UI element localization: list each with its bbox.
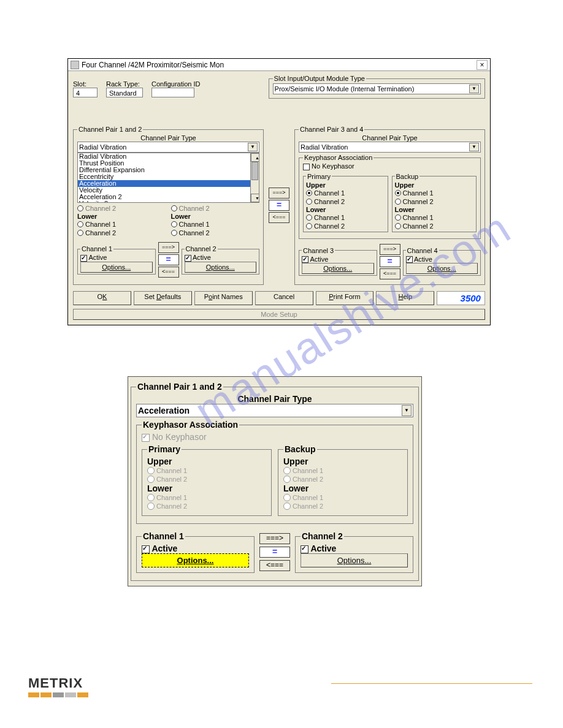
chevron-down-icon[interactable]: ▼ bbox=[248, 143, 258, 151]
radio-upper-backup-ch2-34[interactable]: Channel 2 bbox=[395, 197, 474, 206]
radio-upper-primary-ch2-34[interactable]: Channel 2 bbox=[306, 197, 385, 206]
checkbox-icon bbox=[406, 256, 413, 263]
equal-pair-button[interactable]: = bbox=[269, 200, 289, 211]
equal-button-34[interactable]: = bbox=[380, 256, 400, 267]
pair-34-type-select[interactable]: Radial Vibration ▼ bbox=[299, 142, 481, 153]
channel-2-detail-options-button[interactable]: Options... bbox=[301, 553, 408, 567]
channel-3-box: Channel 3 Active Options... bbox=[299, 247, 377, 276]
config-id-label: Configuration ID bbox=[151, 80, 201, 88]
radio-lower-backup-ch1-34[interactable]: Channel 1 bbox=[395, 213, 474, 222]
upper-label-backup-detail: Upper bbox=[283, 457, 402, 466]
io-module-group: Slot Input/Output Module Type Prox/Seism… bbox=[269, 75, 485, 99]
channel-4-legend: Channel 4 bbox=[406, 247, 439, 254]
list-item[interactable]: Acceleration bbox=[78, 180, 259, 187]
chevron-down-icon[interactable]: ▼ bbox=[469, 143, 479, 151]
radio-lower-backup-ch2-34[interactable]: Channel 2 bbox=[395, 222, 474, 230]
equal-button[interactable]: = bbox=[158, 254, 179, 265]
checkbox-icon bbox=[142, 434, 150, 442]
checkbox-icon bbox=[303, 164, 310, 170]
channel-1-active[interactable]: Active bbox=[80, 254, 153, 262]
pair-12-type-listbox[interactable]: Radial Vibration Thrust Position Differe… bbox=[77, 153, 259, 203]
bar-icon bbox=[53, 692, 64, 697]
pair-type-select-detail[interactable]: Acceleration ▼ bbox=[136, 404, 413, 417]
slot-field: 4 bbox=[73, 88, 98, 97]
checkbox-icon bbox=[301, 545, 308, 553]
channel-1-detail-options-button[interactable]: Options... bbox=[142, 553, 249, 567]
radio-upper-primary-ch2-detail: Channel 2 bbox=[147, 475, 266, 483]
upper-label-primary-detail: Upper bbox=[147, 457, 266, 466]
radio-icon bbox=[395, 214, 401, 221]
channel-1-detail-active[interactable]: Active bbox=[142, 544, 249, 553]
copy-left-detail-button[interactable]: <=== bbox=[259, 560, 290, 571]
scroll-thumb[interactable] bbox=[251, 162, 258, 180]
channel-pair-12-legend: Channel Pair 1 and 2 bbox=[77, 126, 143, 133]
keyphasor-legend-34: Keyphasor Association bbox=[303, 154, 373, 161]
list-item[interactable]: Velocity 2 bbox=[78, 200, 259, 203]
chevron-down-icon[interactable]: ▼ bbox=[402, 405, 412, 416]
cancel-button[interactable]: Cancel bbox=[255, 291, 313, 305]
scroll-up-icon[interactable]: ▲ bbox=[251, 153, 259, 162]
channel-pair-12-detail-legend: Channel Pair 1 and 2 bbox=[136, 382, 223, 392]
set-defaults-button[interactable]: Set Defaults bbox=[134, 291, 192, 305]
copy-left-button[interactable]: <=== bbox=[158, 267, 179, 278]
radio-lower-primary-ch2-12[interactable]: Channel 2 bbox=[77, 229, 166, 237]
copy-right-detail-button[interactable]: ===> bbox=[259, 533, 290, 544]
channel-2-active[interactable]: Active bbox=[185, 254, 257, 262]
pair-34-type-value: Radial Vibration bbox=[301, 142, 348, 152]
primary-group-34: Primary Upper Channel 1 Channel 2 Lower … bbox=[303, 173, 388, 232]
radio-icon bbox=[283, 494, 291, 501]
backup-group-34: Backup Upper Channel 1 Channel 2 Lower C… bbox=[392, 173, 477, 232]
bar-icon bbox=[77, 692, 88, 697]
copy-left-button-34[interactable]: <=== bbox=[380, 268, 400, 279]
channel-3-options-button[interactable]: Options... bbox=[302, 263, 374, 274]
config-id-field[interactable] bbox=[151, 88, 194, 97]
radio-upper-backup-ch1-34[interactable]: Channel 1 bbox=[395, 189, 474, 197]
copy-pair-right-button[interactable]: ===> bbox=[269, 188, 289, 199]
help-button[interactable]: Help bbox=[376, 291, 434, 305]
chevron-down-icon[interactable]: ▼ bbox=[469, 85, 479, 93]
radio-lower-backup-ch1-12[interactable]: Channel 1 bbox=[171, 220, 260, 229]
mode-setup-button[interactable]: Mode Setup bbox=[73, 309, 485, 320]
radio-lower-primary-ch1-12[interactable]: Channel 1 bbox=[77, 220, 166, 229]
copy-right-button-34[interactable]: ===> bbox=[380, 244, 400, 255]
channel-3-legend: Channel 3 bbox=[302, 247, 335, 254]
io-module-select[interactable]: Prox/Seismic I/O Module (Internal Termin… bbox=[273, 83, 481, 94]
channel-4-active[interactable]: Active bbox=[406, 256, 478, 264]
radio-upper-primary-ch1-34[interactable]: Channel 1 bbox=[306, 189, 385, 197]
radio-lower-primary-ch2-34[interactable]: Channel 2 bbox=[306, 222, 385, 230]
radio-icon bbox=[306, 190, 312, 196]
print-form-button[interactable]: Print Form bbox=[316, 291, 374, 305]
ok-button[interactable]: OOKK bbox=[73, 291, 131, 305]
channel-2-box: Channel 2 Active Options... bbox=[182, 245, 260, 275]
lower-label-backup-34: Lower bbox=[395, 206, 474, 213]
title-bar[interactable]: Four Channel /42M Proximitor/Seismic Mon… bbox=[68, 59, 490, 71]
scroll-down-icon[interactable]: ▼ bbox=[251, 194, 259, 202]
no-keyphasor-checkbox-34[interactable]: No Keyphasor bbox=[303, 162, 477, 170]
channel-3-active[interactable]: Active bbox=[302, 256, 374, 264]
channel-2-detail-active[interactable]: Active bbox=[301, 544, 408, 553]
footer-logo: METRIX bbox=[28, 675, 88, 697]
radio-lower-backup-ch2-detail: Channel 2 bbox=[283, 502, 402, 510]
backup-detail-group: Backup Upper Channel 1 Channel 2 Lower C… bbox=[278, 444, 408, 516]
point-names-button[interactable]: Point Names bbox=[194, 291, 253, 305]
pair-12-type-select[interactable]: Radial Vibration ▼ bbox=[77, 142, 259, 153]
radio-lower-backup-ch2-12[interactable]: Channel 2 bbox=[171, 229, 260, 237]
channel-4-options-button[interactable]: Options... bbox=[406, 263, 478, 274]
close-icon[interactable]: × bbox=[477, 60, 488, 70]
radio-icon bbox=[147, 476, 155, 483]
footer-logo-bars bbox=[28, 692, 88, 697]
channel-2-options-button[interactable]: Options... bbox=[185, 262, 257, 273]
copy-pair-left-button[interactable]: <=== bbox=[269, 212, 289, 223]
keyphasor-detail-legend: Keyphasor Association bbox=[142, 420, 239, 430]
rack-type-label: Rack Type: bbox=[106, 80, 143, 88]
scrollbar[interactable]: ▲ ▼ bbox=[250, 153, 259, 202]
radio-icon bbox=[306, 223, 312, 229]
checkbox-icon bbox=[302, 256, 308, 263]
copy-right-button[interactable]: ===> bbox=[158, 242, 179, 253]
radio-lower-primary-ch1-34[interactable]: Channel 1 bbox=[306, 213, 385, 222]
channel-1-options-button[interactable]: Options... bbox=[80, 262, 153, 273]
bar-icon bbox=[65, 692, 76, 697]
channel-pair-12-detail-group: Channel Pair 1 and 2 Channel Pair Type A… bbox=[131, 382, 419, 581]
lower-label-backup-12: Lower bbox=[171, 213, 260, 220]
equal-detail-button[interactable]: = bbox=[259, 547, 290, 558]
